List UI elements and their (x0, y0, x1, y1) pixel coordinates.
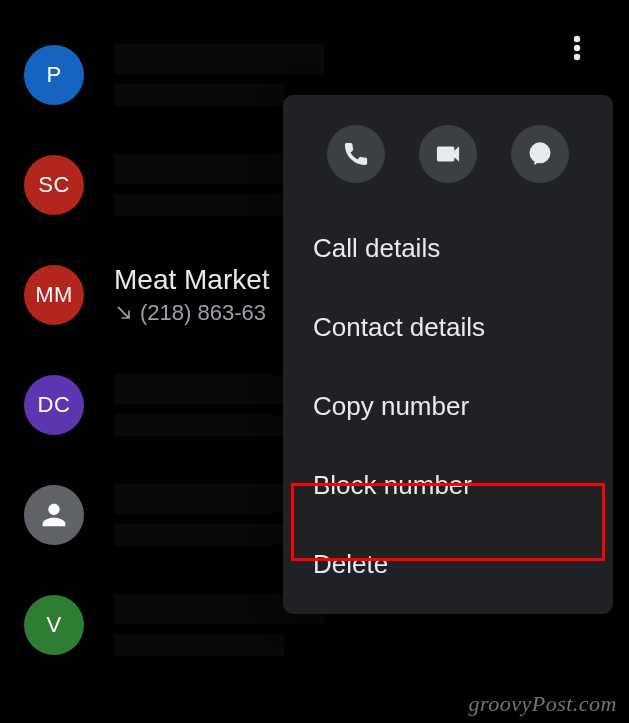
context-menu-popup: Call details Contact details Copy number… (283, 95, 613, 614)
contact-avatar: V (24, 595, 84, 655)
person-icon (37, 498, 71, 532)
outgoing-call-icon (114, 303, 134, 323)
svg-point-2 (574, 54, 580, 60)
contact-avatar: SC (24, 155, 84, 215)
contact-avatar: DC (24, 375, 84, 435)
redacted-name (114, 44, 324, 74)
call-text: Meat Market(218) 863-63 (114, 264, 270, 326)
svg-point-1 (574, 45, 580, 51)
menu-block-number[interactable]: Block number (283, 446, 613, 525)
menu-copy-number[interactable]: Copy number (283, 367, 613, 446)
contact-avatar: P (24, 45, 84, 105)
contact-avatar: MM (24, 265, 84, 325)
menu-call-details[interactable]: Call details (283, 209, 613, 288)
contact-name: Meat Market (114, 264, 270, 296)
redacted-number (114, 414, 284, 436)
redacted-number (114, 84, 284, 106)
call-button[interactable] (327, 125, 385, 183)
menu-delete[interactable]: Delete (283, 525, 613, 604)
kebab-icon (573, 35, 581, 61)
svg-point-3 (531, 144, 550, 163)
message-icon (526, 140, 554, 168)
watermark-text: groovyPost.com (468, 691, 617, 717)
phone-number-text: (218) 863-63 (140, 300, 266, 326)
redacted-number (114, 194, 284, 216)
phone-icon (342, 140, 370, 168)
contact-number: (218) 863-63 (114, 300, 270, 326)
redacted-number (114, 524, 284, 546)
contact-avatar (24, 485, 84, 545)
message-button[interactable] (511, 125, 569, 183)
overflow-menu-button[interactable] (557, 28, 597, 68)
quick-actions-row (283, 119, 613, 209)
video-call-button[interactable] (419, 125, 477, 183)
redacted-number (114, 634, 284, 656)
video-icon (434, 140, 462, 168)
svg-point-0 (574, 36, 580, 42)
menu-contact-details[interactable]: Contact details (283, 288, 613, 367)
